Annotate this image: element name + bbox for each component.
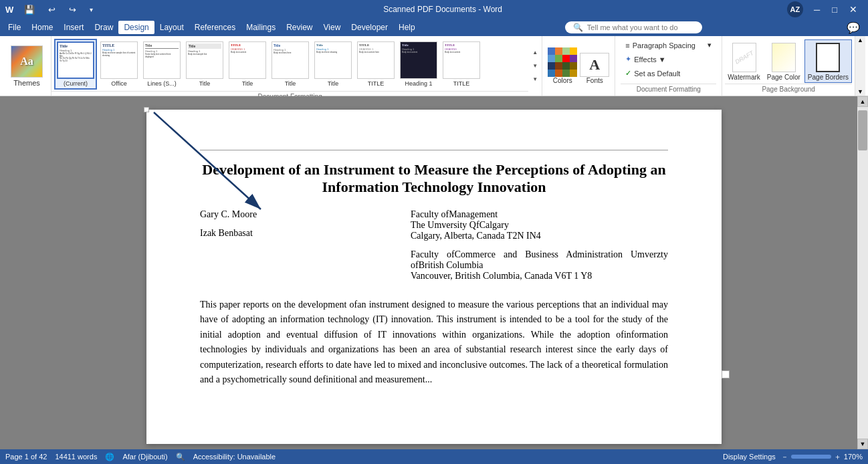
- page-color-label: Page Color: [767, 74, 800, 81]
- fonts-item: A Fonts: [580, 53, 609, 84]
- colors-label: Colors: [553, 77, 572, 84]
- close-btn[interactable]: ✕: [844, 3, 863, 16]
- scroll-arrows: ▲ ▼ ▼: [528, 36, 542, 96]
- menu-references[interactable]: References: [189, 21, 241, 34]
- author2-affil1: Faculty ofCommerce and Business Administ…: [411, 249, 668, 271]
- menu-developer[interactable]: Developer: [346, 21, 393, 34]
- page-borders-btn[interactable]: Page Borders: [804, 39, 852, 83]
- resize-handle[interactable]: [144, 107, 149, 112]
- status-bar: Page 1 of 42 14411 words 🌐 Afar (Djibout…: [0, 449, 868, 464]
- redo-btn[interactable]: ↪: [64, 3, 82, 16]
- zoom-in-icon[interactable]: ＋: [834, 452, 841, 462]
- doc-format-section: Title Heading 1 Aa Bb Cc Dd Ee Ff Gg Hh …: [51, 36, 528, 96]
- theme-4[interactable]: TITLE HEADING 1 Body text content Title: [227, 39, 268, 89]
- watermark-btn[interactable]: DRAFT Watermark: [725, 40, 763, 82]
- minimize-btn[interactable]: ─: [808, 3, 825, 16]
- themes-icon: Aa: [11, 45, 43, 78]
- fonts-label: Fonts: [586, 77, 603, 84]
- set-as-default-btn[interactable]: ✓ Set as Default: [621, 67, 716, 80]
- effects-icon: ✦: [625, 55, 631, 64]
- theme-5[interactable]: Title Heading 1 Body text lines here Tit…: [269, 39, 311, 89]
- fonts-button[interactable]: A: [580, 53, 609, 77]
- word-count[interactable]: 14411 words: [55, 453, 97, 461]
- author1-name: Gary C. Moore: [200, 209, 387, 220]
- menu-file[interactable]: File: [3, 21, 26, 34]
- doc-format-right-label: Document Formatting: [621, 84, 716, 93]
- paragraph-spacing-label: Paragraph Spacing: [633, 41, 695, 49]
- language-icon: 🌐: [105, 453, 114, 461]
- authors-section: Gary C. Moore Izak Benbasat Faculty ofMa…: [200, 209, 668, 281]
- menu-review[interactable]: Review: [281, 21, 318, 34]
- scroll-down-btn[interactable]: ▼: [530, 60, 540, 73]
- maximize-btn[interactable]: □: [827, 3, 843, 16]
- save-btn[interactable]: 💾: [19, 3, 40, 16]
- ribbon-scroll-down[interactable]: ▼: [857, 88, 864, 96]
- theme-8[interactable]: Title Heading 1 Body text content Headin…: [398, 39, 439, 89]
- theme-current-label: (Current): [64, 80, 88, 87]
- theme-7[interactable]: TITLE HEADING 1 Body text content here T…: [355, 39, 397, 89]
- scroll-thumb[interactable]: [858, 110, 867, 150]
- page-borders-icon: [815, 41, 841, 74]
- vertical-scrollbar[interactable]: ▲ ▼: [857, 96, 868, 449]
- scroll-more-btn[interactable]: ▼: [530, 73, 540, 86]
- customize-btn[interactable]: ▾: [84, 5, 98, 15]
- document-container[interactable]: Development of an Instrument to Measure …: [0, 96, 868, 449]
- paragraph-effects-section: ≡ Paragraph Spacing ▾ ✦ Effects ▼ ✓ Set …: [615, 36, 722, 96]
- scroll-bottom-btn[interactable]: ▼: [857, 439, 868, 449]
- status-right: Display Settings － ＋ 170%: [723, 452, 863, 462]
- menu-layout[interactable]: Layout: [154, 21, 189, 34]
- theme-lines[interactable]: Title Heading 1 Some body text content h…: [141, 39, 183, 89]
- page-info[interactable]: Page 1 of 42: [5, 453, 47, 461]
- theme-office-label: Office: [111, 80, 126, 87]
- status-left: Page 1 of 42 14411 words 🌐 Afar (Djibout…: [5, 453, 276, 461]
- theme-6[interactable]: Title Heading 1 Body text here showing T…: [312, 39, 354, 89]
- theme-4-label: Title: [242, 80, 253, 87]
- effects-btn[interactable]: ✦ Effects ▼: [621, 53, 716, 66]
- title-bar: W 💾 ↩ ↪ ▾ Scanned PDF Documents - Word A…: [0, 0, 868, 19]
- accessibility[interactable]: Accessibility: Unavailable: [193, 453, 276, 461]
- zoom-controls[interactable]: － ＋ 170%: [781, 452, 863, 462]
- abstract-text: This paper reports on the development of…: [200, 298, 668, 387]
- themes-button[interactable]: Aa Themes: [8, 43, 45, 90]
- ribbon-scroll-up[interactable]: ▲: [857, 36, 864, 44]
- watermark-label: Watermark: [728, 74, 760, 81]
- menu-design[interactable]: Design: [118, 21, 154, 34]
- menu-view[interactable]: View: [318, 21, 346, 34]
- theme-8-label: Heading 1: [405, 80, 432, 87]
- scroll-up-btn[interactable]: ▲: [530, 46, 540, 60]
- theme-9-label: TITLE: [453, 80, 470, 87]
- menu-help[interactable]: Help: [393, 21, 421, 34]
- display-settings[interactable]: Display Settings: [723, 453, 776, 461]
- theme-office[interactable]: TITLE Heading 1 Body text here sample li…: [98, 39, 140, 89]
- ribbon: Aa Themes Title Heading 1 Aa Bb Cc Dd Ee…: [0, 36, 868, 96]
- language[interactable]: Afar (Djibouti): [122, 453, 167, 461]
- theme-9[interactable]: TITLE HEADING Body text content TITLE: [441, 39, 482, 89]
- paragraph-spacing-btn[interactable]: ≡ Paragraph Spacing ▾: [621, 39, 716, 51]
- doc-format-themes: Title Heading 1 Aa Bb Cc Dd Ee Ff Gg Hh …: [51, 36, 528, 90]
- search-input[interactable]: [587, 23, 694, 31]
- checkmark-icon: ✓: [625, 69, 631, 78]
- author-left: Gary C. Moore Izak Benbasat: [200, 209, 387, 281]
- page-color-btn[interactable]: Page Color: [764, 40, 803, 82]
- watermark-icon: DRAFT: [731, 41, 758, 74]
- zoom-bar[interactable]: [791, 455, 831, 459]
- theme-current[interactable]: Title Heading 1 Aa Bb Cc Dd Ee Ff Gg Hh …: [54, 39, 97, 90]
- menu-bar: File Home Insert Draw Design Layout Refe…: [0, 19, 868, 36]
- undo-btn[interactable]: ↩: [43, 3, 61, 16]
- author1-affil3: Calgary, Alberta, Canada T2N IN4: [411, 231, 668, 241]
- theme-3[interactable]: Title Heading 1 Body text sample line Ti…: [184, 39, 225, 89]
- scroll-top-btn[interactable]: ▲: [857, 96, 868, 107]
- menu-mailings[interactable]: Mailings: [241, 21, 281, 34]
- menu-home[interactable]: Home: [26, 21, 58, 34]
- menu-draw[interactable]: Draw: [89, 21, 118, 34]
- zoom-out-icon[interactable]: －: [781, 452, 788, 462]
- theme-6-label: Title: [328, 80, 339, 87]
- page-color-icon: [770, 41, 797, 74]
- comments-icon[interactable]: 💬: [847, 21, 860, 34]
- colors-swatch[interactable]: [548, 47, 577, 77]
- text-selection-handle: [722, 370, 730, 378]
- colors-fonts-section: Colors A Fonts: [542, 36, 615, 96]
- menu-insert[interactable]: Insert: [58, 21, 89, 34]
- page-background-label: Page Background: [725, 84, 852, 93]
- user-avatar[interactable]: AZ: [787, 1, 803, 17]
